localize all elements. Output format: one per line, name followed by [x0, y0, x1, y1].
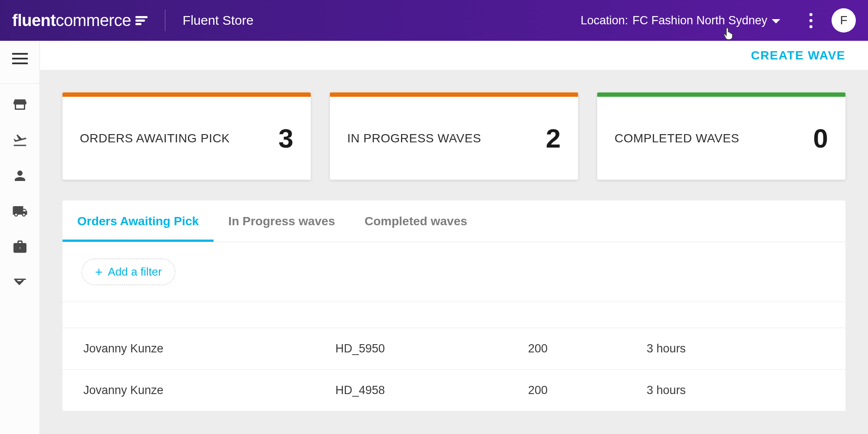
- action-bar: CREATE WAVE: [40, 41, 868, 70]
- filter-bar: + Add a filter: [62, 242, 845, 302]
- main-content: CREATE WAVE ORDERS AWAITING PICK 3 IN PR…: [40, 41, 868, 434]
- sidebar-divider: [0, 83, 39, 84]
- table-header-row: [62, 302, 845, 328]
- cell-age: 3 hours: [647, 342, 825, 355]
- store-name: Fluent Store: [183, 13, 253, 28]
- content-area: ORDERS AWAITING PICK 3 IN PROGRESS WAVES…: [40, 70, 868, 434]
- plus-icon: +: [95, 266, 103, 279]
- briefcase-icon[interactable]: [12, 239, 28, 255]
- header-divider: [165, 10, 165, 31]
- cell-customer-name: Jovanny Kunze: [83, 342, 335, 355]
- avatar[interactable]: F: [832, 8, 856, 33]
- cell-qty: 200: [528, 342, 647, 355]
- table-row[interactable]: Jovanny Kunze HD_4958 200 3 hours: [62, 370, 845, 411]
- create-wave-button[interactable]: CREATE WAVE: [751, 49, 845, 62]
- tab-completed-waves[interactable]: Completed waves: [350, 201, 482, 242]
- location-value: FC Fashion North Sydney: [632, 14, 767, 27]
- logo-text-light: commerce: [56, 11, 131, 30]
- card-label: ORDERS AWAITING PICK: [80, 132, 230, 145]
- brand-logo: fluentcommerce: [12, 11, 148, 30]
- add-filter-button[interactable]: + Add a filter: [82, 259, 175, 285]
- store-icon[interactable]: [12, 97, 28, 112]
- stat-cards-row: ORDERS AWAITING PICK 3 IN PROGRESS WAVES…: [62, 92, 845, 180]
- card-label: IN PROGRESS WAVES: [347, 132, 481, 145]
- logo-mark-icon: [135, 16, 148, 25]
- card-in-progress-waves[interactable]: IN PROGRESS WAVES 2: [330, 92, 578, 180]
- card-orders-awaiting-pick[interactable]: ORDERS AWAITING PICK 3: [62, 92, 311, 180]
- cell-customer-name: Jovanny Kunze: [83, 384, 335, 397]
- top-bar: fluentcommerce Fluent Store Location: FC…: [0, 0, 868, 41]
- card-label: COMPLETED WAVES: [615, 132, 740, 145]
- cell-order-id: HD_5950: [335, 342, 528, 355]
- chevron-down-icon: [772, 19, 780, 23]
- location-label: Location:: [581, 14, 628, 27]
- tab-in-progress-waves[interactable]: In Progress waves: [214, 201, 350, 242]
- card-completed-waves[interactable]: COMPLETED WAVES 0: [597, 92, 845, 180]
- chevron-collapse-icon[interactable]: [12, 275, 28, 290]
- location-selector[interactable]: Location: FC Fashion North Sydney: [581, 14, 780, 27]
- sidebar: [0, 41, 40, 434]
- card-value: 0: [813, 123, 828, 154]
- menu-toggle-button[interactable]: [12, 53, 28, 64]
- truck-icon[interactable]: [12, 204, 28, 219]
- cell-order-id: HD_4958: [335, 384, 528, 397]
- person-icon[interactable]: [12, 168, 28, 184]
- orders-panel: Orders Awaiting Pick In Progress waves C…: [62, 201, 845, 411]
- add-filter-label: Add a filter: [108, 265, 162, 279]
- table-row[interactable]: Jovanny Kunze HD_5950 200 3 hours: [62, 328, 845, 370]
- arrivals-icon[interactable]: [12, 132, 28, 148]
- cell-qty: 200: [528, 384, 647, 397]
- logo-text-bold: fluent: [12, 11, 56, 30]
- tab-orders-awaiting-pick[interactable]: Orders Awaiting Pick: [62, 201, 214, 242]
- cursor-pointer-icon: [723, 27, 734, 40]
- card-value: 3: [279, 123, 293, 154]
- tabs: Orders Awaiting Pick In Progress waves C…: [62, 201, 845, 242]
- more-menu-button[interactable]: [802, 13, 819, 28]
- card-value: 2: [546, 123, 561, 154]
- cell-age: 3 hours: [647, 384, 825, 397]
